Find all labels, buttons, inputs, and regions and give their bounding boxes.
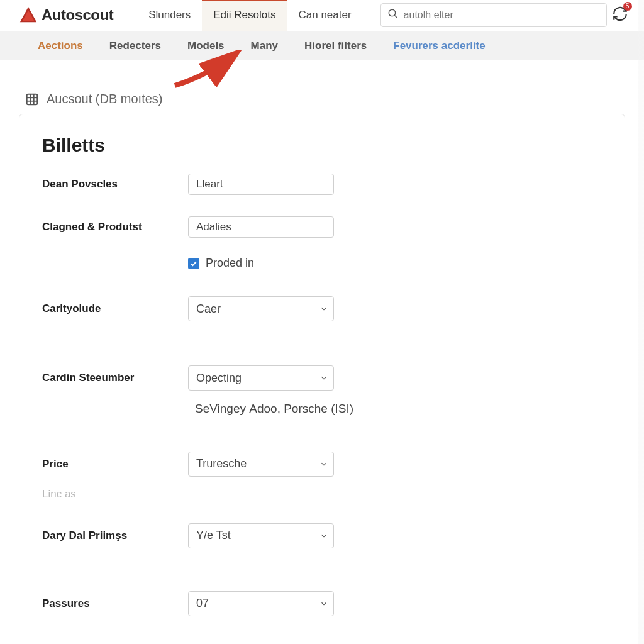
svg-line-3 — [394, 15, 397, 18]
select-passures-value: 07 — [196, 597, 209, 610]
breadcrumb-text: Aucsout (DB moıteѕ) — [47, 92, 163, 106]
svg-rect-6 — [27, 94, 38, 104]
sublabel-price: Linc as — [42, 488, 188, 501]
brand-logo[interactable]: Autoscout — [19, 6, 113, 25]
select-passures[interactable]: 07 — [188, 591, 334, 616]
card-title: Billetts — [42, 135, 602, 156]
secondary-nav: Aections Redecters Models Many Hiorel fi… — [0, 31, 644, 60]
subnav-item-3[interactable]: Many — [251, 40, 278, 52]
grid-icon — [25, 92, 39, 106]
select-price[interactable]: Truresche — [188, 452, 334, 477]
select-price-value: Truresche — [196, 457, 247, 470]
select-carltyolude-value: Caer — [196, 303, 221, 316]
subnav-item-4[interactable]: Hiorel filters — [304, 40, 367, 52]
label-dean-povscles: Dean Povscles — [42, 178, 188, 191]
select-dary-dal-priims-value: Y/e Tst — [196, 529, 231, 542]
helper-cardin-steeumber: SeVingeу Adoo, Porsche (ISI) — [191, 402, 602, 416]
label-dary-dal-priims: Dary Dal Priimşs — [42, 530, 188, 542]
label-price: Price — [42, 458, 188, 470]
label-cardin-steeumber: Cardin Steeumber — [42, 372, 188, 384]
label-clagned-product: Clagned & Produtst — [42, 221, 188, 233]
checkbox-label-proded-in: Proded in — [206, 257, 254, 270]
top-nav: Slunders Edii Resolots Can neater — [137, 0, 362, 31]
chevron-down-icon — [313, 452, 334, 477]
select-cardin-steeumber[interactable]: Opecting — [188, 365, 334, 391]
input-clagned-product[interactable] — [188, 216, 334, 238]
select-dary-dal-priims[interactable]: Y/e Tst — [188, 523, 334, 548]
brand-name: Autoscout — [42, 6, 113, 24]
brand-mark-icon — [19, 6, 38, 25]
subnav-item-2[interactable]: Models — [187, 40, 225, 52]
svg-point-2 — [389, 9, 396, 16]
label-passures: Passures — [42, 597, 188, 610]
search-icon — [387, 8, 399, 22]
chevron-down-icon — [313, 365, 334, 391]
subnav-item-0[interactable]: Aections — [38, 40, 83, 52]
filters-card: Billetts Dean Povscles Clagned & Produts… — [19, 114, 625, 644]
select-cardin-steeumber-value: Opecting — [196, 372, 242, 385]
notification-badge: 5 — [623, 2, 632, 11]
refresh-button[interactable]: 5 — [612, 6, 628, 25]
input-dean-povscles[interactable] — [188, 174, 334, 195]
select-carltyolude[interactable]: Caer — [188, 296, 334, 321]
subnav-item-1[interactable]: Redecters — [109, 40, 161, 52]
search-input[interactable] — [404, 9, 600, 21]
topnav-item-2[interactable]: Can neater — [287, 0, 362, 31]
breadcrumb: Aucsout (DB moıteѕ) — [0, 92, 644, 106]
chevron-down-icon — [313, 523, 334, 548]
chevron-down-icon — [313, 296, 334, 321]
topnav-item-0[interactable]: Slunders — [137, 0, 202, 31]
scrollbar[interactable] — [638, 0, 644, 644]
chevron-down-icon — [313, 591, 334, 616]
checkbox-proded-in[interactable] — [188, 258, 199, 269]
topnav-item-1[interactable]: Edii Resolots — [202, 0, 287, 31]
subnav-item-5[interactable]: Fevurers acderlite — [393, 40, 485, 52]
label-carltyolude: Carltyolude — [42, 303, 188, 315]
global-search[interactable] — [380, 3, 607, 27]
